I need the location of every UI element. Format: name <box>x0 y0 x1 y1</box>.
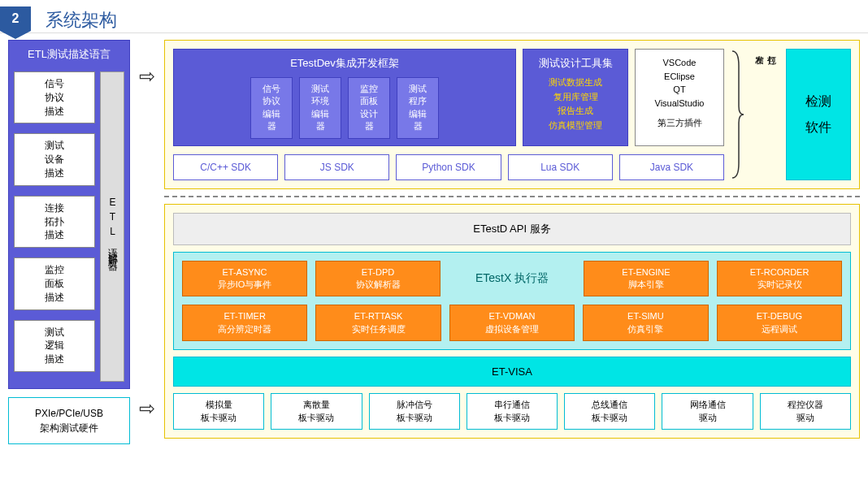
exec-exec-r1-1: ET-DPD协议解析器 <box>315 261 441 297</box>
exec-exec-r1-4: ET-RCORDER实时记录仪 <box>717 261 842 297</box>
etl-item-1: 测试设备描述 <box>14 133 95 185</box>
dashed-divider <box>164 196 860 197</box>
etl-item-2: 连接拓扑描述 <box>14 196 95 248</box>
ide-line-1: EClipse <box>642 70 717 84</box>
dev-framework-box: ETestDev集成开发框架 信号协议编辑器测试环境编辑器监控面板设计器测试程序… <box>173 49 516 146</box>
tool-item-1: 复用库管理 <box>530 90 621 105</box>
sdk-3: Lua SDK <box>508 154 613 180</box>
etl-box: ETL测试描述语言 信号协议描述测试设备描述连接拓扑描述监控面板描述测试逻辑描述… <box>8 40 130 389</box>
dev-title: ETestDev集成开发框架 <box>180 56 509 71</box>
etl-title: ETL测试描述语言 <box>14 47 124 62</box>
driver-4: 总线通信板卡驱动 <box>564 393 655 430</box>
et-visa-bar: ET-VISA <box>173 357 851 387</box>
exec-exec-r2-3: ET-SIMU仿真引擎 <box>583 305 708 341</box>
tool-item-0: 测试数据生成 <box>530 76 621 90</box>
exec-exec-r1-0: ET-ASYNC异步IO与事件 <box>182 261 307 297</box>
dev-item-3: 测试程序编辑器 <box>397 77 439 139</box>
driver-5: 网络通信驱动 <box>662 393 753 430</box>
bracket-icon <box>731 49 745 180</box>
executor-box: ET-ASYNC异步IO与事件ET-DPD协议解析器ETestX 执行器ET-E… <box>173 252 851 351</box>
detect-line1: 检测 <box>805 89 831 115</box>
etl-parser: ETL语法解析器 <box>100 71 124 382</box>
ide-line-2: QT <box>642 83 717 97</box>
ide-box: VSCodeEClipseQTVisualStudio 第三方插件 <box>635 49 724 146</box>
diagram-main: ETL测试描述语言 信号协议描述测试设备描述连接拓扑描述监控面板描述测试逻辑描述… <box>0 40 868 444</box>
driver-6: 程控仪器驱动 <box>760 393 851 430</box>
page-title: 系统架构 <box>46 6 117 32</box>
hardware-box: PXIe/PCIe/USB架构测试硬件 <box>8 397 130 444</box>
exec-exec-r2-1: ET-RTTASK实时任务调度 <box>315 305 441 341</box>
publish-label: 打包发布 <box>753 49 778 180</box>
etl-item-3: 监控面板描述 <box>14 257 95 309</box>
driver-1: 离散量板卡驱动 <box>271 393 362 430</box>
exec-exec-r2-2: ET-VDMAN虚拟设备管理 <box>449 305 575 341</box>
header: 2 系统架构 <box>0 0 868 33</box>
detect-line2: 软件 <box>805 115 831 141</box>
sdk-4: Java SDK <box>619 154 724 180</box>
dev-item-1: 测试环境编辑器 <box>299 77 341 139</box>
sdk-1: JS SDK <box>284 154 389 180</box>
section-number-badge: 2 <box>0 6 31 31</box>
driver-3: 串行通信板卡驱动 <box>467 393 558 430</box>
ide-line-3: VisualStudio <box>642 97 717 110</box>
exec-exec-r2-0: ET-TIMER高分辨定时器 <box>182 305 307 341</box>
detect-software-box: 检测 软件 <box>786 49 851 180</box>
bottom-section: ETestD API 服务 ET-ASYNC异步IO与事件ET-DPD协议解析器… <box>164 204 860 439</box>
sdk-0: C/C++ SDK <box>173 154 278 180</box>
executor-label: ETestX 执行器 <box>449 261 575 297</box>
driver-0: 模拟量板卡驱动 <box>173 393 264 430</box>
arrow-right-icon: ⇨ <box>139 397 155 420</box>
tool-item-3: 仿真模型管理 <box>530 119 621 133</box>
dev-item-0: 信号协议编辑器 <box>250 77 293 139</box>
etl-item-0: 信号协议描述 <box>14 71 95 123</box>
driver-2: 脉冲信号板卡驱动 <box>369 393 460 430</box>
dev-item-2: 监控面板设计器 <box>348 77 390 139</box>
etl-item-4: 测试逻辑描述 <box>14 320 95 372</box>
toolset-title: 测试设计工具集 <box>530 56 621 71</box>
api-service-bar: ETestD API 服务 <box>173 213 851 245</box>
tool-item-2: 报告生成 <box>530 104 621 119</box>
toolset-box: 测试设计工具集 测试数据生成复用库管理报告生成仿真模型管理 <box>523 49 628 146</box>
exec-exec-r2-4: ET-DEBUG远程调试 <box>717 305 842 341</box>
top-section: ETestDev集成开发框架 信号协议编辑器测试环境编辑器监控面板设计器测试程序… <box>164 40 860 189</box>
ide-line-0: VSCode <box>642 56 717 70</box>
third-party-plugin: 第三方插件 <box>642 116 717 130</box>
exec-exec-r1-3: ET-ENGINE脚本引擎 <box>584 261 709 297</box>
arrow-right-icon: ⇨ <box>139 65 155 88</box>
sdk-2: Python SDK <box>396 154 501 180</box>
